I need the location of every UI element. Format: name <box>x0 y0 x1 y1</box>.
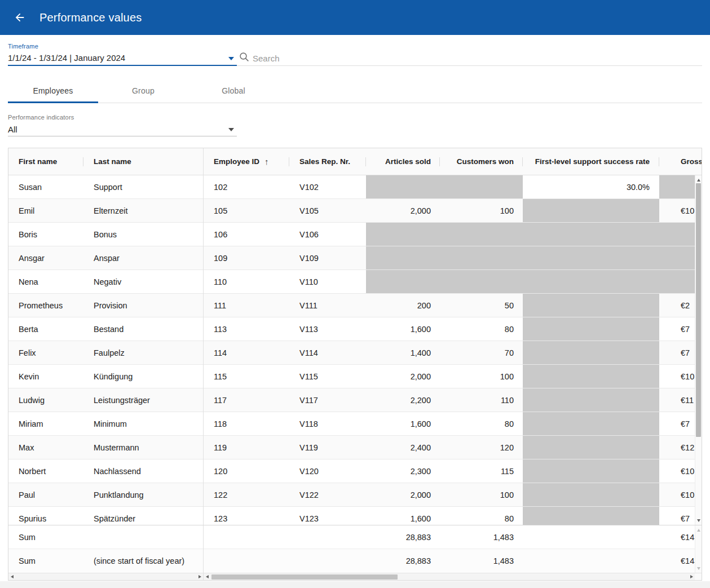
scroll-right-arrow[interactable] <box>688 573 695 580</box>
scroll-up-arrow[interactable] <box>695 527 702 533</box>
sort-ascending-icon[interactable]: ↑ <box>264 157 269 166</box>
gross-cell: €2 <box>659 294 695 317</box>
success-rate-cell <box>523 483 659 506</box>
table-row: 115V1152,000100€10 <box>204 365 695 388</box>
tab-bar-border <box>8 103 702 103</box>
customers-won-cell: 100 <box>440 365 523 388</box>
table-row: NorbertNachlassend <box>8 459 203 483</box>
sum-label: Sum <box>8 525 83 549</box>
success-rate-cell <box>523 199 659 222</box>
table-row: 102V10230.0% <box>204 175 695 199</box>
scroll-left-arrow[interactable] <box>204 573 210 580</box>
sum-customers-won: 1,483 <box>440 525 523 549</box>
employee-id-cell: 106 <box>204 223 289 246</box>
search-underline <box>237 65 702 66</box>
first-name-cell: Ansgar <box>8 246 83 269</box>
gross-cell: €10 <box>659 365 695 388</box>
customers-won-cell: 80 <box>440 317 523 341</box>
page: Performance values Timeframe 1/1/24 - 1/… <box>0 0 710 581</box>
app-bar: Performance values <box>0 0 710 35</box>
employee-id-cell: 109 <box>204 246 289 269</box>
articles-sold-cell: 2,000 <box>366 483 440 506</box>
timeframe-label: Timeframe <box>8 43 38 50</box>
customers-won-cell <box>440 246 523 269</box>
arrow-left-icon <box>14 11 26 24</box>
success-rate-cell <box>523 412 659 435</box>
gross-cell <box>659 175 695 198</box>
gross-cell: €7 <box>659 317 695 341</box>
articles-sold-cell: 2,400 <box>366 436 440 459</box>
sales-rep-nr-cell: V120 <box>289 459 366 483</box>
success-rate-cell <box>523 436 659 459</box>
search-input[interactable] <box>252 51 468 65</box>
gross-cell: €10 <box>659 483 695 506</box>
horizontal-scrollbar[interactable] <box>204 573 695 580</box>
sales-rep-nr-cell: V106 <box>289 223 366 246</box>
first-name-cell: Paul <box>8 483 83 506</box>
sum-vertical-scrollbar[interactable] <box>695 525 702 573</box>
employee-id-cell: 118 <box>204 412 289 435</box>
sales-rep-nr-cell: V117 <box>289 388 366 412</box>
column-header-first-name[interactable]: First name <box>8 148 83 175</box>
customers-won-cell: 100 <box>440 199 523 222</box>
column-header-employee-id[interactable]: Employee ID ↑ <box>204 148 289 175</box>
chevron-down-icon[interactable] <box>228 128 234 131</box>
sales-rep-nr-cell: V119 <box>289 436 366 459</box>
sales-rep-nr-cell: V122 <box>289 483 366 506</box>
column-header-sales-rep-nr[interactable]: Sales Rep. Nr. <box>289 148 366 175</box>
table-row: 110V110 <box>204 270 695 294</box>
back-button[interactable] <box>12 10 27 25</box>
gross-cell: €11 <box>659 388 695 412</box>
vertical-scrollbar[interactable] <box>695 175 702 525</box>
success-rate-cell <box>523 270 659 293</box>
sum-label: Sum <box>8 549 83 573</box>
gross-cell <box>659 223 695 246</box>
active-tab-indicator <box>8 101 98 103</box>
scroll-down-arrow[interactable] <box>695 565 702 572</box>
employee-id-cell: 122 <box>204 483 289 506</box>
tab-group[interactable]: Group <box>98 78 188 103</box>
first-name-cell: Ludwig <box>8 388 83 412</box>
customers-won-cell: 110 <box>440 388 523 412</box>
sales-rep-nr-cell: V105 <box>289 199 366 222</box>
chevron-down-icon[interactable] <box>228 57 234 60</box>
indicators-underline <box>8 136 237 136</box>
column-header-first-level-support-success-rate[interactable]: First-level support success rate <box>523 148 659 175</box>
timeframe-underline <box>8 65 237 66</box>
table-row: FelixFaulpelz <box>8 341 203 365</box>
timeframe-select[interactable]: 1/1/24 - 1/31/24 | January 2024 <box>8 53 224 63</box>
success-rate-cell <box>523 246 659 269</box>
sum-gross: €143 <box>659 549 695 573</box>
column-header-last-name[interactable]: Last name <box>83 148 204 175</box>
articles-sold-cell: 2,000 <box>366 199 440 222</box>
first-name-cell: Nena <box>8 270 83 293</box>
gross-cell: €10 <box>659 459 695 483</box>
employee-id-cell: 120 <box>204 459 289 483</box>
horizontal-scroll-strip <box>8 573 702 580</box>
articles-sold-cell: 2,300 <box>366 459 440 483</box>
frozen-horizontal-scrollbar[interactable] <box>8 573 204 580</box>
employee-id-cell: 117 <box>204 388 289 412</box>
table-row: AnsgarAnspar <box>8 246 203 270</box>
column-header-articles-sold[interactable]: Articles sold <box>366 148 440 175</box>
column-header-gross[interactable]: Gross <box>659 148 702 175</box>
page-bottom-strip <box>0 581 710 588</box>
sum-note: (since start of fiscal year) <box>83 549 204 573</box>
employee-id-cell: 111 <box>204 294 289 317</box>
sales-rep-nr-cell: V113 <box>289 317 366 341</box>
tab-global[interactable]: Global <box>188 78 279 103</box>
scroll-right-arrow[interactable] <box>196 573 203 580</box>
table-row: 117V1172,200110€11 <box>204 388 695 412</box>
tab-employees[interactable]: Employees <box>8 78 98 103</box>
articles-sold-cell <box>366 223 440 246</box>
employee-id-cell: 114 <box>204 341 289 364</box>
scroll-down-arrow[interactable] <box>695 517 702 524</box>
table-row: 114V1141,40070€7 <box>204 341 695 365</box>
sales-rep-nr-cell: V114 <box>289 341 366 364</box>
scroll-up-arrow[interactable] <box>695 176 702 183</box>
vertical-scrollbar-thumb[interactable] <box>696 183 701 437</box>
indicators-select[interactable]: All <box>8 125 17 134</box>
column-header-customers-won[interactable]: Customers won <box>440 148 523 175</box>
horizontal-scrollbar-thumb[interactable] <box>211 574 398 580</box>
scroll-left-arrow[interactable] <box>8 573 15 580</box>
